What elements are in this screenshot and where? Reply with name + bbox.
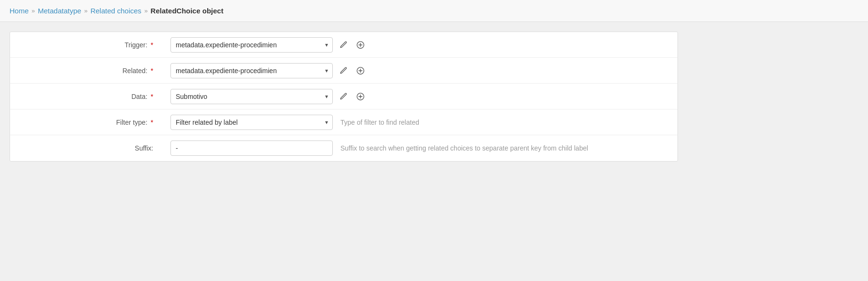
edit-button-trigger[interactable]	[337, 38, 350, 52]
add-button-related[interactable]	[354, 64, 367, 77]
select-wrapper-related: metadata.expediente-procedimien▾	[170, 63, 333, 78]
edit-button-related[interactable]	[337, 64, 350, 77]
breadcrumb-sep-2: »	[84, 7, 87, 14]
breadcrumb: Home » Metadatatype » Related choices » …	[0, 0, 868, 22]
form-row-filter_type: Filter type: *Filter related by label▾Ty…	[10, 109, 677, 135]
label-trigger: Trigger: *	[10, 35, 163, 54]
breadcrumb-related-choices[interactable]: Related choices	[90, 7, 141, 15]
breadcrumb-current: RelatedChoice object	[150, 7, 223, 15]
main-content: Trigger: *metadata.expediente-procedimie…	[0, 22, 868, 171]
select-wrapper-data: Submotivo▾	[170, 89, 333, 104]
field-related: metadata.expediente-procedimien▾	[163, 58, 677, 83]
form-row-related: Related: *metadata.expediente-procedimie…	[10, 58, 677, 84]
add-button-data[interactable]	[354, 90, 367, 103]
required-star-data: *	[149, 93, 153, 100]
field-trigger: metadata.expediente-procedimien▾	[163, 32, 677, 57]
help-text-suffix: Suffix to search when getting related ch…	[340, 144, 588, 152]
label-related: Related: *	[10, 61, 163, 80]
form-row-data: Data: *Submotivo▾	[10, 84, 677, 109]
breadcrumb-sep-1: »	[32, 7, 35, 14]
breadcrumb-home[interactable]: Home	[10, 7, 29, 15]
breadcrumb-sep-3: »	[144, 7, 148, 14]
field-suffix: Suffix to search when getting related ch…	[163, 136, 677, 161]
required-star-filter_type: *	[149, 119, 153, 126]
field-data: Submotivo▾	[163, 84, 677, 109]
help-text-filter_type: Type of filter to find related	[340, 119, 419, 126]
label-data: Data: *	[10, 87, 163, 106]
required-star-related: *	[149, 67, 153, 75]
required-star-trigger: *	[149, 41, 153, 49]
select-trigger[interactable]: metadata.expediente-procedimien	[170, 37, 333, 53]
form-panel: Trigger: *metadata.expediente-procedimie…	[10, 32, 678, 162]
field-filter_type: Filter related by label▾Type of filter t…	[163, 110, 677, 135]
form-row-trigger: Trigger: *metadata.expediente-procedimie…	[10, 32, 677, 58]
select-wrapper-trigger: metadata.expediente-procedimien▾	[170, 37, 333, 53]
edit-button-data[interactable]	[337, 90, 350, 103]
select-data[interactable]: Submotivo	[170, 89, 333, 104]
select-wrapper-filter_type: Filter related by label▾	[170, 115, 333, 130]
select-filter_type[interactable]: Filter related by label	[170, 115, 333, 130]
label-filter_type: Filter type: *	[10, 113, 163, 132]
select-related[interactable]: metadata.expediente-procedimien	[170, 63, 333, 78]
breadcrumb-metadatatype[interactable]: Metadatatype	[38, 7, 81, 15]
input-suffix[interactable]	[170, 140, 333, 156]
label-suffix: Suffix:	[10, 139, 163, 158]
add-button-trigger[interactable]	[354, 38, 367, 52]
form-row-suffix: Suffix:Suffix to search when getting rel…	[10, 135, 677, 161]
